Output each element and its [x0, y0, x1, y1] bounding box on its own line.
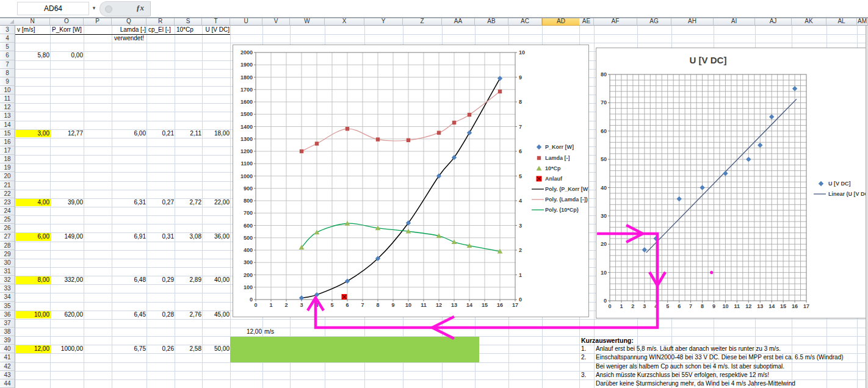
- row-header-18[interactable]: 18: [0, 155, 15, 163]
- cell-O32[interactable]: 332,00: [51, 276, 85, 284]
- row-header-5[interactable]: 5: [0, 43, 15, 51]
- column-header-O[interactable]: O: [50, 17, 84, 26]
- row-header-38[interactable]: 38: [0, 328, 15, 336]
- formula-bar-input[interactable]: [150, 1, 868, 16]
- cell-S27[interactable]: 3,08: [175, 233, 203, 241]
- cell-N6[interactable]: 5,80: [16, 52, 51, 60]
- cell-N15[interactable]: 3,00: [16, 130, 51, 138]
- row-header-27[interactable]: 27: [0, 232, 15, 241]
- column-header-S[interactable]: S: [175, 17, 202, 26]
- cell-T23[interactable]: 22,00: [203, 199, 231, 207]
- column-header-AD[interactable]: AD: [542, 17, 580, 26]
- cell-T3[interactable]: U [V DC]: [203, 26, 231, 34]
- row-header-21[interactable]: 21: [0, 181, 15, 190]
- row-header-10[interactable]: 10: [0, 86, 15, 95]
- row-header-20[interactable]: 20: [0, 172, 15, 181]
- row-header-3[interactable]: 3: [0, 26, 15, 34]
- row-header-42[interactable]: 42: [0, 362, 15, 371]
- column-header-AL[interactable]: AL: [826, 17, 857, 26]
- row-header-37[interactable]: 37: [0, 319, 15, 328]
- cancel-entry-icon[interactable]: [105, 5, 112, 13]
- cell-S32[interactable]: 2,89: [175, 276, 203, 284]
- column-header-AH[interactable]: AH: [671, 17, 714, 26]
- cell-R3[interactable]: cp_El [-]: [147, 26, 175, 34]
- row-header-41[interactable]: 41: [0, 353, 15, 362]
- column-header-AF[interactable]: AF: [594, 17, 637, 26]
- row-header-25[interactable]: 25: [0, 215, 15, 224]
- cell-AF40[interactable]: Anlauf erst bei 5,8 m/s. Läuft aber dana…: [595, 345, 781, 353]
- column-header-Q[interactable]: Q: [112, 17, 146, 26]
- cell-N36[interactable]: 10,00: [16, 311, 51, 319]
- cell-V38[interactable]: m/s: [263, 328, 291, 336]
- row-header-43[interactable]: 43: [0, 371, 15, 379]
- row-header-14[interactable]: 14: [0, 121, 15, 129]
- column-header-AC[interactable]: AC: [508, 17, 542, 26]
- cell-Q15[interactable]: 6,00: [112, 130, 148, 138]
- cell-AF42[interactable]: Bei weniger als halbem Cp auch schon bei…: [595, 363, 784, 371]
- row-header-12[interactable]: 12: [0, 103, 15, 112]
- cell-S3[interactable]: 10*Cp: [175, 26, 203, 34]
- cell-R15[interactable]: 0,21: [147, 130, 176, 138]
- cell-R27[interactable]: 0,31: [147, 233, 176, 241]
- row-header-6[interactable]: 6: [0, 51, 15, 60]
- cell-T27[interactable]: 36,00: [203, 233, 231, 241]
- cell-O27[interactable]: 149,00: [51, 233, 85, 241]
- cell-AE40[interactable]: 1.: [580, 345, 595, 353]
- column-header-P[interactable]: P: [84, 17, 112, 26]
- row-header-44[interactable]: 44: [0, 379, 15, 388]
- column-header-AK[interactable]: AK: [792, 17, 826, 26]
- cell-AE39[interactable]: Kurzauswertung:: [580, 337, 634, 345]
- row-header-4[interactable]: 4: [0, 34, 15, 43]
- fx-icon[interactable]: ƒx: [136, 3, 144, 13]
- chart-power-curves[interactable]: 0123456789101112131415161701002003004005…: [233, 45, 589, 317]
- row-header-30[interactable]: 30: [0, 259, 15, 267]
- cell-N3[interactable]: v [m/s]: [16, 26, 51, 34]
- cell-R23[interactable]: 0,27: [147, 199, 176, 207]
- name-box[interactable]: AD64: [17, 2, 89, 15]
- cell-S23[interactable]: 2,72: [175, 199, 203, 207]
- row-header-16[interactable]: 16: [0, 138, 15, 146]
- row-header-28[interactable]: 28: [0, 242, 15, 250]
- cell-Q36[interactable]: 6,45: [112, 311, 148, 319]
- column-header-W[interactable]: W: [290, 17, 325, 26]
- row-header-15[interactable]: 15: [0, 129, 15, 138]
- cell-R36[interactable]: 0,28: [147, 311, 176, 319]
- column-header-AJ[interactable]: AJ: [755, 17, 792, 26]
- row-header-7[interactable]: 7: [0, 60, 15, 69]
- row-header-23[interactable]: 23: [0, 198, 15, 207]
- chart-u-vdc[interactable]: 0123456789101112131415161701020304050607…: [596, 48, 867, 318]
- cell-T36[interactable]: 45,00: [203, 311, 231, 319]
- cell-Q4[interactable]: verwendet!: [112, 35, 146, 43]
- row-header-40[interactable]: 40: [0, 345, 15, 353]
- cell-Q23[interactable]: 6,31: [112, 199, 148, 207]
- name-box-dropdown-icon[interactable]: ▾: [89, 2, 99, 14]
- column-header-U[interactable]: U: [230, 17, 262, 26]
- cell-T15[interactable]: 18,00: [203, 130, 231, 138]
- cell-O23[interactable]: 39,00: [51, 199, 85, 207]
- cell-S15[interactable]: 2,11: [175, 130, 203, 138]
- cell-AF41[interactable]: Einschaltspannung WIN2000-48 bei 33 V DC…: [595, 354, 844, 362]
- cell-O36[interactable]: 620,00: [51, 311, 85, 319]
- row-header-19[interactable]: 19: [0, 163, 15, 172]
- column-header-N[interactable]: N: [15, 17, 50, 26]
- row-header-9[interactable]: 9: [0, 77, 15, 86]
- cell-S40[interactable]: 2,58: [175, 345, 203, 353]
- column-header-AG[interactable]: AG: [637, 17, 671, 26]
- column-header-Y[interactable]: Y: [364, 17, 403, 26]
- row-header-36[interactable]: 36: [0, 311, 15, 319]
- row-header-8[interactable]: 8: [0, 69, 15, 77]
- row-header-24[interactable]: 24: [0, 207, 15, 215]
- cell-Q40[interactable]: 6,75: [112, 345, 148, 353]
- cell-O15[interactable]: 12,77: [51, 130, 85, 138]
- cell-N23[interactable]: 4,00: [16, 199, 51, 207]
- column-header-R[interactable]: R: [146, 17, 175, 26]
- cell-AE41[interactable]: 2.: [580, 354, 595, 362]
- column-header-V[interactable]: V: [262, 17, 290, 26]
- column-header-AM[interactable]: AM: [857, 17, 868, 26]
- cell-AE43[interactable]: 3.: [580, 372, 595, 379]
- row-header-33[interactable]: 33: [0, 284, 15, 293]
- cell-T32[interactable]: 40,00: [203, 276, 231, 284]
- cell-Q3[interactable]: Lamda [-]: [112, 26, 148, 34]
- cell-O40[interactable]: 1000,00: [51, 345, 85, 353]
- cell-N27[interactable]: 6,00: [16, 233, 51, 241]
